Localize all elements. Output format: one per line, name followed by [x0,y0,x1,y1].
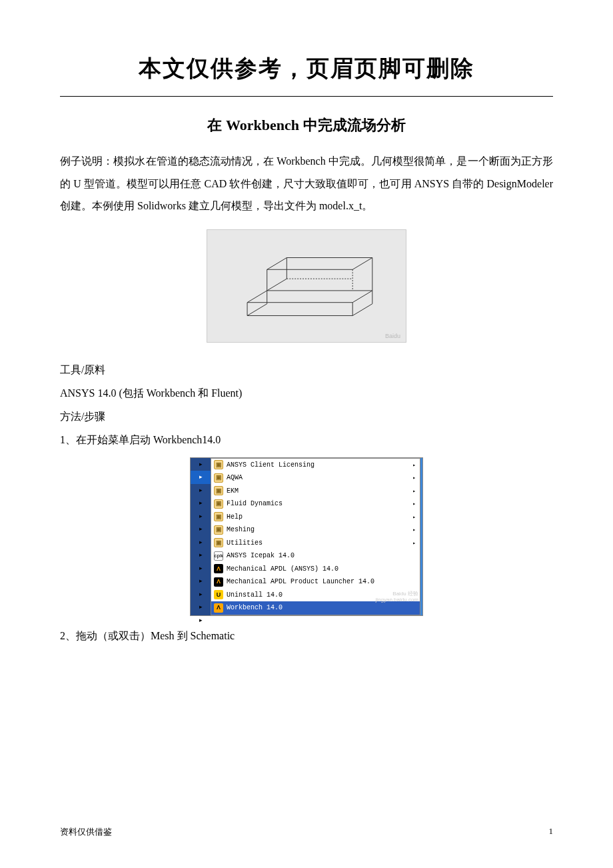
method-label: 方法/步骤 [60,405,553,428]
menu-item-mechanical-apdl-product-launcher-14-0[interactable]: ΛMechanical APDL Product Launcher 14.0 [211,575,420,589]
menu-item-label: Mechanical APDL (ANSYS) 14.0 [227,563,338,576]
left-arrow-slot: ▸ [191,549,211,562]
folder-icon: ▣ [214,538,223,547]
left-arrow-slot: ▸ [191,523,211,536]
page-footer: 资料仅供借鉴 1 [60,826,553,838]
folder-icon: ▣ [214,460,223,469]
menu-item-label: Utilities [227,537,263,550]
submenu-arrow-icon: ▸ [412,459,416,472]
baidu-watermark: Baidu 经验 jingyan.baidu.com [376,591,418,603]
submenu-arrow-icon: ▸ [412,497,416,511]
menu-item-label: Workbench 14.0 [227,601,283,615]
footer-left: 资料仅供借鉴 [60,826,112,838]
menu-item-label: Meshing [227,523,255,537]
left-arrow-slot: ▸ [191,536,211,549]
menu-item-workbench-14-0[interactable]: ΛWorkbench 14.0 [211,601,420,615]
left-arrow-slot: ▸ [191,458,211,471]
menu-item-label: Mechanical APDL Product Launcher 14.0 [227,575,374,589]
menu-item-fluid-dynamics[interactable]: ▣Fluid Dynamics▸ [211,497,420,511]
menu-left-column: ▸▸▸▸▸▸▸▸▸▸▸▸▸ [191,458,211,615]
menu-item-ansys-client-licensing[interactable]: ▣ANSYS Client Licensing▸ [211,459,420,472]
menu-item-label: EKM [227,485,239,498]
menu-item-label: ANSYS Client Licensing [227,459,314,472]
app-icon: cpk [214,551,223,561]
menu-item-utilities[interactable]: ▣Utilities▸ [211,537,420,550]
menu-item-aqwa[interactable]: ▣AQWA▸ [211,471,420,485]
header-divider [60,96,553,97]
step-2: 2、拖动（或双击）Mesh 到 Schematic [60,624,553,647]
submenu-arrow-icon: ▸ [412,471,416,485]
start-menu-figure-container: ▸▸▸▸▸▸▸▸▸▸▸▸▸ ▣ANSYS Client Licensing▸▣A… [60,457,553,616]
tools-label: 工具/原料 [60,358,553,381]
uninst-icon: U [214,590,223,599]
left-arrow-slot: ▸ [191,575,211,588]
left-arrow-slot: ▸ [191,562,211,575]
left-arrow-slot: ▸ [191,601,211,614]
menu-item-label: Uninstall 14.0 [227,589,283,602]
figure-u-shape-container: Baidu [60,229,553,345]
lambda-o-icon: Λ [214,603,223,613]
menu-item-ekm[interactable]: ▣EKM▸ [211,485,420,498]
header-note: 本文仅供参考，页眉页脚可删除 [60,53,553,84]
menu-item-mechanical-apdl-ansys-14-0[interactable]: ΛMechanical APDL (ANSYS) 14.0 [211,563,420,576]
left-arrow-slot: ▸ [191,497,211,510]
menu-item-meshing[interactable]: ▣Meshing▸ [211,523,420,537]
submenu-arrow-icon: ▸ [412,523,416,537]
menu-item-label: Fluid Dynamics [227,497,283,511]
intro-paragraph: 例子说明：模拟水在管道的稳态流动情况，在 Workbench 中完成。几何模型很… [60,150,553,217]
submenu-arrow-icon: ▸ [412,537,416,550]
page-title: 在 Workbench 中完成流场分析 [60,115,553,135]
left-arrow-slot: ▸ [191,484,211,497]
figure-watermark: Baidu [385,333,400,339]
submenu-arrow-icon: ▸ [412,485,416,498]
step-1: 1、在开始菜单启动 Workbench14.0 [60,428,553,451]
menu-item-ansys-icepak-14-0[interactable]: cpkANSYS Icepak 14.0 [211,549,420,563]
menu-item-label: AQWA [227,471,243,485]
lambda-icon: Λ [214,564,223,573]
footer-page-number: 1 [549,826,554,838]
menu-item-help[interactable]: ▣Help▸ [211,511,420,524]
left-arrow-slot: ▸ [191,614,211,627]
u-shape-diagram: Baidu [207,229,406,343]
folder-icon: ▣ [214,499,223,509]
left-arrow-slot: ▸ [191,471,211,484]
menu-item-label: ANSYS Icepak 14.0 [227,549,295,563]
watermark-line2: jingyan.baidu.com [376,597,418,603]
folder-icon: ▣ [214,512,223,521]
lambda-icon: Λ [214,577,223,587]
left-arrow-slot: ▸ [191,588,211,601]
start-menu-figure: ▸▸▸▸▸▸▸▸▸▸▸▸▸ ▣ANSYS Client Licensing▸▣A… [190,457,423,616]
u-shape-svg [207,230,406,342]
left-arrow-slot: ▸ [191,510,211,523]
menu-item-label: Help [227,511,243,524]
folder-icon: ▣ [214,486,223,495]
submenu-arrow-icon: ▸ [412,511,416,524]
watermark-line1: Baidu 经验 [392,591,418,597]
tools-content: ANSYS 14.0 (包括 Workbench 和 Fluent) [60,381,553,405]
folder-icon: ▣ [214,473,223,483]
folder-icon: ▣ [214,525,223,535]
